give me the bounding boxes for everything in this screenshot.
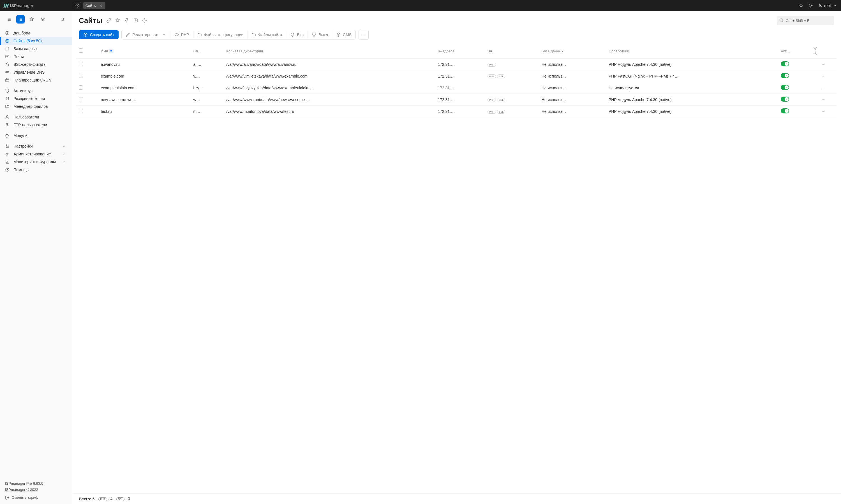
user-menu[interactable]: root <box>818 3 837 8</box>
star-icon[interactable] <box>28 15 36 23</box>
sidebar-item-shield[interactable]: Антивирус <box>0 87 72 95</box>
sidebar-item-wrench[interactable]: Администрирование <box>0 150 72 158</box>
sidebar-item-sliders[interactable]: Настройки <box>0 142 72 150</box>
sidebar-item-db[interactable]: Базы данных <box>0 45 72 53</box>
gear-small-icon[interactable] <box>813 51 835 55</box>
sidebar-item-calendar[interactable]: Планировщик CRON <box>0 76 72 84</box>
change-tariff[interactable]: Сменить тариф <box>5 494 67 501</box>
tools-icon[interactable] <box>39 15 47 23</box>
row-checkbox[interactable] <box>79 97 83 101</box>
cms-button[interactable]: CMS <box>332 30 356 39</box>
row-more-button[interactable]: ⋯ <box>811 82 837 94</box>
row-checkbox[interactable] <box>79 74 83 78</box>
sidebar-item-label: Пользователи <box>14 115 39 119</box>
sidebar-item-refresh[interactable]: Резервные копии <box>0 95 72 103</box>
list-icon[interactable] <box>16 15 25 23</box>
sidebar-item-folder[interactable]: Менеджер файлов <box>0 103 72 110</box>
sidebar-item-user[interactable]: Пользователи <box>0 113 72 121</box>
sidebar-item-chart[interactable]: Мониторинг и журналы <box>0 158 72 166</box>
sidebar-item-help[interactable]: Помощь <box>0 166 72 174</box>
ssl-badge: SSL <box>497 110 505 114</box>
active-toggle[interactable] <box>781 61 789 66</box>
folder-icon <box>198 33 202 37</box>
sidebar-search-icon[interactable] <box>58 15 67 23</box>
sidebar-item-label: Менеджер файлов <box>14 104 48 109</box>
sidebar-item-label: Резервные копии <box>14 96 45 101</box>
menu-icon[interactable] <box>5 15 14 23</box>
pin-icon[interactable] <box>124 18 129 23</box>
row-checkbox[interactable] <box>79 62 83 66</box>
svg-point-6 <box>42 20 44 21</box>
cell-root: /var/www/v.miletskaya/data/www/example.c… <box>224 70 435 82</box>
sidebar-item-globe[interactable]: Сайты (5 из 50) <box>0 37 72 45</box>
close-icon[interactable] <box>99 3 103 8</box>
copyright-link[interactable]: ISPmanager © 2022 <box>5 487 38 492</box>
search-input[interactable] <box>777 16 834 25</box>
active-toggle[interactable] <box>781 73 789 78</box>
php-badge: PHP <box>98 497 107 501</box>
main: Сайты Создать сайт Редактировать <box>72 11 841 504</box>
total-label: Всего: <box>79 497 91 501</box>
toolbar-more-button[interactable]: ⋯ <box>359 30 368 40</box>
filter-icon[interactable] <box>813 47 835 51</box>
export-icon[interactable] <box>133 18 138 23</box>
page-search[interactable] <box>777 16 834 25</box>
row-checkbox[interactable] <box>79 85 83 90</box>
sidebar-item-puzzle[interactable]: Модули <box>0 131 72 140</box>
theme-icon[interactable] <box>808 3 813 8</box>
col-params[interactable]: Па… <box>485 44 539 58</box>
sidebar-item-mail[interactable]: Почта <box>0 53 72 60</box>
sidebar-item-lock[interactable]: SSL-сертификаты <box>0 60 72 68</box>
col-db[interactable]: База данных <box>539 44 606 58</box>
active-toggle[interactable] <box>781 108 789 113</box>
col-name[interactable]: Имя≡ <box>99 44 191 58</box>
sidebar-item-dns[interactable]: DNSУправление DNS <box>0 68 72 76</box>
active-toggle[interactable] <box>781 85 789 90</box>
table-row[interactable]: test.rum.…/var/www/m.nifontova/data/www/… <box>76 106 837 117</box>
enable-button[interactable]: Вкл <box>286 30 308 39</box>
dashboard-icon[interactable] <box>74 2 81 9</box>
sidebar-item-ftp[interactable]: FTPFTP-пользователи <box>0 121 72 129</box>
svg-point-5 <box>44 18 45 19</box>
sliders-icon <box>5 144 10 148</box>
cell-handler: PHP модуль Apache 7.4.30 (native) <box>606 106 778 117</box>
col-active[interactable]: Акт… <box>778 44 810 58</box>
col-root[interactable]: Корневая директория <box>224 44 435 58</box>
table-row[interactable]: example.comv.…/var/www/v.miletskaya/data… <box>76 70 837 82</box>
col-handler[interactable]: Обработчик <box>606 44 778 58</box>
sidebar-item-label: Антивирус <box>14 89 33 93</box>
table-row[interactable]: new-awesome-we…w…/var/www/www-root/data/… <box>76 94 837 106</box>
row-more-button[interactable]: ⋯ <box>811 94 837 106</box>
php-badge: PHP <box>487 110 496 114</box>
edit-button[interactable]: Редактировать <box>122 30 170 39</box>
table-row[interactable]: a.ivanov.rua.i…/var/www/a.ivanov/data/ww… <box>76 58 837 70</box>
row-checkbox[interactable] <box>79 109 83 113</box>
col-owner[interactable]: Вл… <box>191 44 224 58</box>
site-files-button[interactable]: Файлы сайта <box>247 30 286 39</box>
col-ip[interactable]: IP-адреса <box>436 44 485 58</box>
row-more-button[interactable]: ⋯ <box>811 58 837 70</box>
star-outline-icon[interactable] <box>115 18 120 23</box>
config-files-button[interactable]: Файлы конфигурации <box>193 30 248 39</box>
gauge-icon <box>5 31 10 35</box>
active-toggle[interactable] <box>781 96 789 102</box>
table-row[interactable]: exampleulalala.comi.zy…/var/www/i.zyuzyu… <box>76 82 837 94</box>
col-tools[interactable] <box>811 44 837 58</box>
chevron-down-icon <box>833 3 837 8</box>
sidebar-item-gauge[interactable]: Дашборд <box>0 29 72 37</box>
disable-button[interactable]: Выкл <box>308 30 332 39</box>
link-icon[interactable] <box>106 18 111 23</box>
refresh-icon <box>5 96 10 101</box>
gear-icon[interactable] <box>142 18 147 23</box>
search-icon[interactable] <box>799 3 803 8</box>
row-more-button[interactable]: ⋯ <box>811 70 837 82</box>
cell-handler: PHP модуль Apache 7.4.30 (native) <box>606 94 778 106</box>
bulb-icon <box>290 33 295 37</box>
tab-sites[interactable]: Сайты <box>83 2 105 9</box>
select-all-checkbox[interactable] <box>79 49 83 53</box>
ssl-badge: SSL <box>497 98 505 102</box>
php-button[interactable]: PHP <box>170 30 193 39</box>
create-site-button[interactable]: Создать сайт <box>79 30 119 39</box>
logout-icon <box>5 495 10 500</box>
row-more-button[interactable]: ⋯ <box>811 106 837 117</box>
